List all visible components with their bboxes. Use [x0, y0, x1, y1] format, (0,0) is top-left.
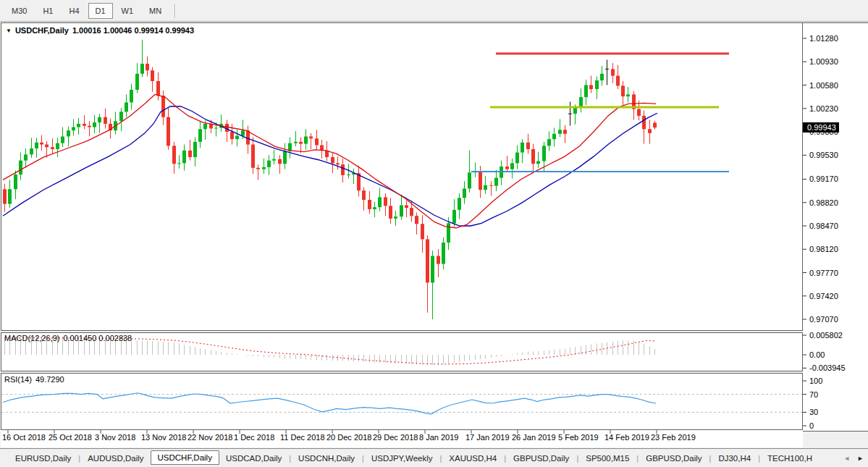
timeframe-toolbar: M30H1H4D1W1MN [0, 0, 868, 22]
macd-splitter[interactable] [0, 330, 868, 332]
price-axis-label: 0.98120 [809, 245, 838, 253]
timeframe-button-w1[interactable]: W1 [114, 3, 141, 19]
date-axis-label: 5 Feb 2019 [558, 433, 599, 442]
chart-symbol-label: USDCHF,Daily [15, 26, 69, 35]
macd-axis-label: 0.005802 [809, 331, 843, 340]
tab-scroll-arrows: ◄ ► [843, 455, 868, 462]
price-axis-label: 0.98820 [809, 198, 838, 207]
tab-usdcad-daily[interactable]: USDCAD,Daily [219, 452, 288, 465]
current-price-tag: 0.99943 [803, 122, 839, 132]
tab-xauusd-h4[interactable]: XAUUSD,H4 [442, 452, 503, 465]
tab-gbpusd-daily[interactable]: GBPUSD,Daily [639, 452, 708, 465]
tab-eurusd-daily[interactable]: EURUSD,Daily [9, 452, 77, 465]
chart-tab-bar: EURUSD,Daily|AUDUSD,DailyUSDCHF,DailyUSD… [0, 448, 868, 467]
rsi-pane[interactable] [1, 373, 803, 430]
tab-separator: | [289, 454, 291, 463]
tab-separator: | [362, 454, 364, 463]
tab-sp500-m15[interactable]: SP500,M15 [579, 452, 636, 465]
price-axis-label: 0.99530 [809, 151, 838, 159]
rsi-axis-label: 0 [809, 421, 814, 430]
tab-dj30-h4[interactable]: DJ30,H4 [712, 452, 757, 465]
tab-usdcnh-daily[interactable]: USDCNH,Daily [292, 452, 361, 465]
macd-values: 0.001450 0.002838 [63, 334, 132, 342]
rsi-axis-label: 70 [809, 390, 818, 399]
tab-usdchf-daily[interactable]: USDCHF,Daily [151, 450, 219, 465]
tab-gbpusd-daily[interactable]: GBPUSD,Daily [507, 452, 576, 465]
price-axis-label: 1.00930 [809, 57, 838, 66]
rsi-splitter[interactable] [0, 371, 868, 373]
tab-scroll-right-icon[interactable]: ► [857, 455, 864, 462]
date-axis-label: 11 Dec 2018 [280, 433, 325, 442]
date-axis-label: 14 Feb 2019 [604, 433, 649, 442]
price-axis-label: 1.00580 [809, 81, 838, 90]
tab-separator: | [440, 454, 442, 463]
date-axis-label: 25 Oct 2018 [49, 433, 92, 442]
date-axis-label: 8 Jan 2019 [419, 433, 458, 442]
price-axis-label: 0.98470 [809, 222, 838, 230]
price-axis-label: 1.00230 [809, 104, 838, 113]
price-axis-label: 1.01280 [809, 34, 838, 43]
price-axis-label: 0.97070 [809, 315, 838, 324]
tab-separator: | [758, 454, 760, 463]
rsi-value: 49.7290 [35, 375, 64, 384]
price-axis-label: 0.97770 [809, 269, 838, 277]
date-axis-label: 26 Jan 2019 [512, 433, 556, 442]
tab-separator: | [636, 454, 639, 463]
chart-ohlc-values: 1.00016 1.00046 0.99914 0.99943 [72, 26, 194, 35]
main-chart-pane[interactable] [1, 22, 803, 331]
chart-title: ▼USDCHF,Daily1.00016 1.00046 0.99914 0.9… [6, 26, 194, 35]
tab-tech100-h[interactable]: TECH100,H [761, 452, 819, 465]
date-axis-label: 29 Dec 2018 [373, 433, 418, 442]
timeframe-button-d1[interactable]: D1 [88, 3, 113, 19]
date-axis-label: 3 Nov 2018 [95, 433, 135, 442]
timeframe-button-h4[interactable]: H4 [62, 3, 86, 19]
tab-usdjpy-weekly[interactable]: USDJPY,Weekly [365, 452, 439, 465]
tab-separator: | [78, 454, 80, 463]
macd-axis-label: 0.00 [809, 350, 825, 359]
toolbar-separator [174, 4, 176, 18]
tab-separator: | [504, 454, 506, 463]
tab-separator: | [709, 454, 712, 463]
tab-scroll-left-icon[interactable]: ◄ [843, 455, 850, 462]
date-axis-label: 17 Jan 2019 [465, 433, 510, 442]
timeframe-button-m30[interactable]: M30 [4, 3, 34, 19]
date-axis-label: 20 Dec 2018 [326, 433, 371, 442]
trading-platform-window: M30H1H4D1W1MN ▼USDCHF,Daily1.00016 1.000… [0, 0, 868, 467]
tab-separator: | [576, 454, 578, 463]
macd-indicator-label: MACD(12,26,9)0.001450 0.002838 [4, 334, 132, 342]
date-axis-label: 23 Feb 2019 [651, 433, 696, 442]
timeframe-button-h1[interactable]: H1 [35, 3, 60, 19]
date-axis-label: 22 Nov 2018 [187, 433, 232, 442]
date-axis-label: 13 Nov 2018 [141, 433, 186, 442]
rsi-indicator-label: RSI(14)49.7290 [4, 375, 64, 384]
price-axis-label: 0.99170 [809, 174, 838, 183]
date-axis-label: 1 Dec 2018 [234, 433, 274, 442]
timeframe-button-mn[interactable]: MN [142, 3, 169, 19]
rsi-axis-label: 100 [809, 376, 822, 385]
tab-audusd-daily[interactable]: AUDUSD,Daily [81, 452, 150, 465]
rsi-axis-label: 30 [809, 408, 818, 416]
macd-axis-label: -0.003945 [809, 363, 846, 372]
price-axis-label: 0.97420 [809, 292, 838, 300]
chart-menu-icon[interactable]: ▼ [6, 28, 12, 34]
date-axis-label: 16 Oct 2018 [2, 433, 46, 442]
chart-tabs: EURUSD,Daily|AUDUSD,DailyUSDCHF,DailyUSD… [9, 451, 819, 466]
